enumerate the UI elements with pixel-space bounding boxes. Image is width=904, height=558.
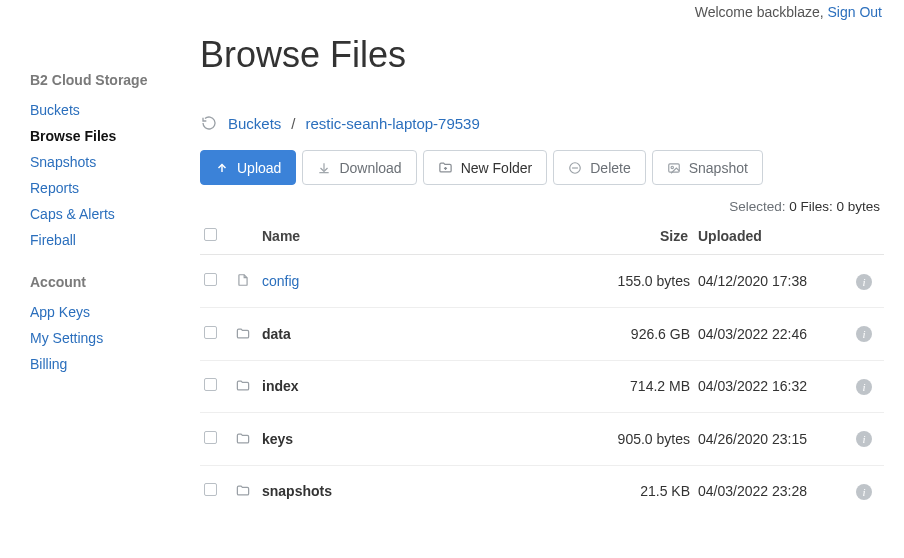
delete-button[interactable]: Delete <box>553 150 645 185</box>
upload-button[interactable]: Upload <box>200 150 296 185</box>
main: Browse Files Buckets / restic-seanh-lapt… <box>200 20 904 517</box>
topbar: Welcome backblaze, Sign Out <box>0 0 904 20</box>
page-title: Browse Files <box>200 34 884 76</box>
row-uploaded: 04/03/2022 22:46 <box>694 308 844 361</box>
info-icon[interactable]: i <box>856 484 872 500</box>
folder-icon <box>234 429 252 447</box>
row-size: 21.5 KB <box>594 465 694 517</box>
sidebar: B2 Cloud Storage Buckets Browse Files Sn… <box>0 20 200 517</box>
sign-out-link[interactable]: Sign Out <box>828 4 882 20</box>
row-name[interactable]: data <box>262 326 291 342</box>
row-checkbox[interactable] <box>204 378 217 391</box>
breadcrumb: Buckets / restic-seanh-laptop-79539 <box>200 114 884 132</box>
sidebar-item-billing: Billing <box>30 356 200 372</box>
sidebar-item-caps-alerts: Caps & Alerts <box>30 206 200 222</box>
sidebar-item-browse-files: Browse Files <box>30 128 200 144</box>
breadcrumb-bucket[interactable]: restic-seanh-laptop-79539 <box>306 115 480 132</box>
info-icon[interactable]: i <box>856 326 872 342</box>
col-size[interactable]: Size <box>594 222 694 255</box>
sidebar-section-account: Account <box>30 274 200 290</box>
svg-point-2 <box>671 166 673 168</box>
refresh-icon[interactable] <box>200 114 218 132</box>
upload-icon <box>215 161 229 175</box>
toolbar: Upload Download New Folder Delete <box>200 150 884 185</box>
row-uploaded: 04/03/2022 23:28 <box>694 465 844 517</box>
row-uploaded: 04/26/2020 23:15 <box>694 413 844 466</box>
breadcrumb-sep: / <box>291 115 295 132</box>
download-button[interactable]: Download <box>302 150 416 185</box>
row-uploaded: 04/12/2020 17:38 <box>694 255 844 308</box>
username: backblaze <box>757 4 820 20</box>
row-checkbox[interactable] <box>204 483 217 496</box>
sidebar-item-fireball: Fireball <box>30 232 200 248</box>
folder-icon <box>234 324 252 342</box>
table-row: keys905.0 bytes04/26/2020 23:15i <box>200 413 884 466</box>
sidebar-section-storage: B2 Cloud Storage <box>30 72 200 88</box>
row-size: 905.0 bytes <box>594 413 694 466</box>
breadcrumb-buckets[interactable]: Buckets <box>228 115 281 132</box>
row-checkbox[interactable] <box>204 431 217 444</box>
row-size: 926.6 GB <box>594 308 694 361</box>
sidebar-item-reports: Reports <box>30 180 200 196</box>
info-icon[interactable]: i <box>856 431 872 447</box>
row-checkbox[interactable] <box>204 326 217 339</box>
col-name[interactable]: Name <box>258 222 594 255</box>
row-uploaded: 04/03/2022 16:32 <box>694 360 844 413</box>
selected-summary: Selected: 0 Files: 0 bytes <box>200 199 884 214</box>
info-icon[interactable]: i <box>856 379 872 395</box>
table-row: snapshots21.5 KB04/03/2022 23:28i <box>200 465 884 517</box>
sidebar-item-buckets: Buckets <box>30 102 200 118</box>
sidebar-item-my-settings: My Settings <box>30 330 200 346</box>
download-icon <box>317 161 331 175</box>
table-row: data926.6 GB04/03/2022 22:46i <box>200 308 884 361</box>
row-name[interactable]: keys <box>262 431 293 447</box>
file-icon <box>234 271 252 289</box>
snapshot-icon <box>667 161 681 175</box>
folder-icon <box>234 377 252 395</box>
row-name[interactable]: index <box>262 378 299 394</box>
info-icon[interactable]: i <box>856 274 872 290</box>
row-name[interactable]: config <box>262 273 299 289</box>
folder-plus-icon <box>438 160 453 175</box>
select-all-checkbox[interactable] <box>204 228 217 241</box>
row-checkbox[interactable] <box>204 273 217 286</box>
snapshot-button[interactable]: Snapshot <box>652 150 763 185</box>
table-row: index714.2 MB04/03/2022 16:32i <box>200 360 884 413</box>
row-size: 714.2 MB <box>594 360 694 413</box>
new-folder-button[interactable]: New Folder <box>423 150 548 185</box>
sidebar-item-snapshots: Snapshots <box>30 154 200 170</box>
row-size: 155.0 bytes <box>594 255 694 308</box>
delete-icon <box>568 161 582 175</box>
files-table: Name Size Uploaded config155.0 bytes04/1… <box>200 222 884 517</box>
sidebar-item-app-keys: App Keys <box>30 304 200 320</box>
col-uploaded[interactable]: Uploaded <box>694 222 844 255</box>
table-row: config155.0 bytes04/12/2020 17:38i <box>200 255 884 308</box>
folder-icon <box>234 482 252 500</box>
welcome-text: Welcome <box>695 4 757 20</box>
row-name[interactable]: snapshots <box>262 483 332 499</box>
